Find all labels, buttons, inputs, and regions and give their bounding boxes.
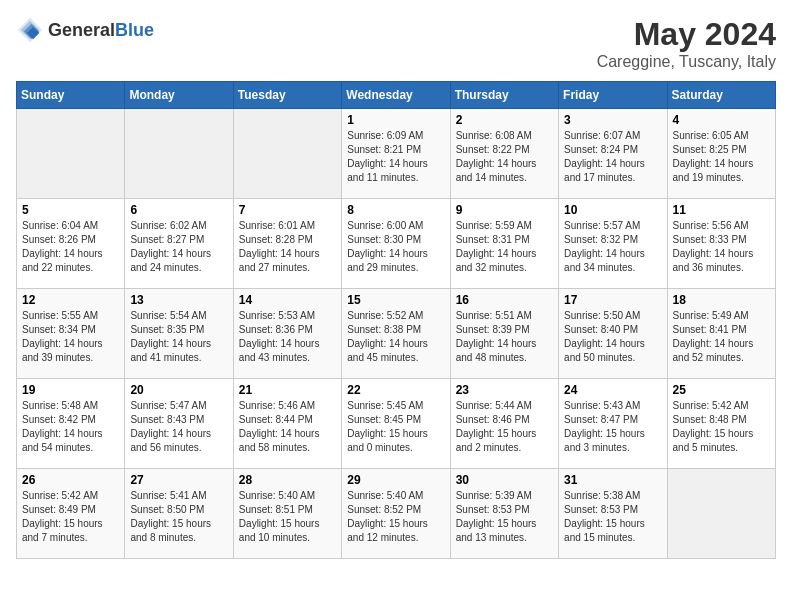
day-info: Sunrise: 5:46 AM Sunset: 8:44 PM Dayligh… [239,399,336,455]
day-number: 29 [347,473,444,487]
day-number: 30 [456,473,553,487]
day-info: Sunrise: 6:08 AM Sunset: 8:22 PM Dayligh… [456,129,553,185]
day-info: Sunrise: 5:54 AM Sunset: 8:35 PM Dayligh… [130,309,227,365]
day-number: 24 [564,383,661,397]
calendar-cell: 13Sunrise: 5:54 AM Sunset: 8:35 PM Dayli… [125,289,233,379]
calendar-week-row: 1Sunrise: 6:09 AM Sunset: 8:21 PM Daylig… [17,109,776,199]
day-number: 13 [130,293,227,307]
day-info: Sunrise: 5:43 AM Sunset: 8:47 PM Dayligh… [564,399,661,455]
title-block: May 2024 Careggine, Tuscany, Italy [597,16,776,71]
calendar-cell: 12Sunrise: 5:55 AM Sunset: 8:34 PM Dayli… [17,289,125,379]
logo-general: General [48,20,115,40]
calendar-week-row: 12Sunrise: 5:55 AM Sunset: 8:34 PM Dayli… [17,289,776,379]
day-number: 15 [347,293,444,307]
calendar-cell: 16Sunrise: 5:51 AM Sunset: 8:39 PM Dayli… [450,289,558,379]
weekday-header-row: SundayMondayTuesdayWednesdayThursdayFrid… [17,82,776,109]
calendar-week-row: 5Sunrise: 6:04 AM Sunset: 8:26 PM Daylig… [17,199,776,289]
calendar-cell [17,109,125,199]
weekday-header-cell: Sunday [17,82,125,109]
page-header: GeneralBlue May 2024 Careggine, Tuscany,… [16,16,776,71]
weekday-header-cell: Tuesday [233,82,341,109]
logo: GeneralBlue [16,16,154,44]
calendar-table: SundayMondayTuesdayWednesdayThursdayFrid… [16,81,776,559]
day-info: Sunrise: 5:41 AM Sunset: 8:50 PM Dayligh… [130,489,227,545]
calendar-cell: 17Sunrise: 5:50 AM Sunset: 8:40 PM Dayli… [559,289,667,379]
calendar-week-row: 26Sunrise: 5:42 AM Sunset: 8:49 PM Dayli… [17,469,776,559]
day-info: Sunrise: 5:42 AM Sunset: 8:48 PM Dayligh… [673,399,770,455]
day-number: 21 [239,383,336,397]
calendar-cell: 8Sunrise: 6:00 AM Sunset: 8:30 PM Daylig… [342,199,450,289]
logo-text: GeneralBlue [48,20,154,41]
calendar-cell: 18Sunrise: 5:49 AM Sunset: 8:41 PM Dayli… [667,289,775,379]
day-info: Sunrise: 6:09 AM Sunset: 8:21 PM Dayligh… [347,129,444,185]
day-number: 25 [673,383,770,397]
day-number: 12 [22,293,119,307]
day-number: 10 [564,203,661,217]
day-number: 8 [347,203,444,217]
day-number: 2 [456,113,553,127]
calendar-cell: 14Sunrise: 5:53 AM Sunset: 8:36 PM Dayli… [233,289,341,379]
calendar-cell: 21Sunrise: 5:46 AM Sunset: 8:44 PM Dayli… [233,379,341,469]
day-info: Sunrise: 5:40 AM Sunset: 8:51 PM Dayligh… [239,489,336,545]
day-info: Sunrise: 5:51 AM Sunset: 8:39 PM Dayligh… [456,309,553,365]
day-number: 7 [239,203,336,217]
day-number: 17 [564,293,661,307]
day-info: Sunrise: 5:39 AM Sunset: 8:53 PM Dayligh… [456,489,553,545]
day-number: 18 [673,293,770,307]
day-number: 28 [239,473,336,487]
day-number: 31 [564,473,661,487]
day-info: Sunrise: 5:56 AM Sunset: 8:33 PM Dayligh… [673,219,770,275]
weekday-header-cell: Friday [559,82,667,109]
day-info: Sunrise: 5:50 AM Sunset: 8:40 PM Dayligh… [564,309,661,365]
day-number: 6 [130,203,227,217]
calendar-cell: 9Sunrise: 5:59 AM Sunset: 8:31 PM Daylig… [450,199,558,289]
day-info: Sunrise: 5:40 AM Sunset: 8:52 PM Dayligh… [347,489,444,545]
day-info: Sunrise: 5:49 AM Sunset: 8:41 PM Dayligh… [673,309,770,365]
calendar-cell: 11Sunrise: 5:56 AM Sunset: 8:33 PM Dayli… [667,199,775,289]
day-info: Sunrise: 5:53 AM Sunset: 8:36 PM Dayligh… [239,309,336,365]
calendar-cell: 2Sunrise: 6:08 AM Sunset: 8:22 PM Daylig… [450,109,558,199]
calendar-cell: 28Sunrise: 5:40 AM Sunset: 8:51 PM Dayli… [233,469,341,559]
day-number: 16 [456,293,553,307]
day-number: 23 [456,383,553,397]
day-number: 27 [130,473,227,487]
day-info: Sunrise: 5:55 AM Sunset: 8:34 PM Dayligh… [22,309,119,365]
logo-icon [16,16,44,44]
calendar-cell: 5Sunrise: 6:04 AM Sunset: 8:26 PM Daylig… [17,199,125,289]
calendar-cell: 4Sunrise: 6:05 AM Sunset: 8:25 PM Daylig… [667,109,775,199]
day-info: Sunrise: 5:45 AM Sunset: 8:45 PM Dayligh… [347,399,444,455]
day-info: Sunrise: 5:52 AM Sunset: 8:38 PM Dayligh… [347,309,444,365]
day-info: Sunrise: 6:07 AM Sunset: 8:24 PM Dayligh… [564,129,661,185]
day-info: Sunrise: 5:38 AM Sunset: 8:53 PM Dayligh… [564,489,661,545]
calendar-cell: 29Sunrise: 5:40 AM Sunset: 8:52 PM Dayli… [342,469,450,559]
day-info: Sunrise: 6:02 AM Sunset: 8:27 PM Dayligh… [130,219,227,275]
calendar-cell: 7Sunrise: 6:01 AM Sunset: 8:28 PM Daylig… [233,199,341,289]
day-info: Sunrise: 5:59 AM Sunset: 8:31 PM Dayligh… [456,219,553,275]
calendar-cell: 23Sunrise: 5:44 AM Sunset: 8:46 PM Dayli… [450,379,558,469]
day-number: 4 [673,113,770,127]
day-info: Sunrise: 5:47 AM Sunset: 8:43 PM Dayligh… [130,399,227,455]
weekday-header-cell: Thursday [450,82,558,109]
day-info: Sunrise: 5:57 AM Sunset: 8:32 PM Dayligh… [564,219,661,275]
day-number: 5 [22,203,119,217]
day-info: Sunrise: 6:04 AM Sunset: 8:26 PM Dayligh… [22,219,119,275]
day-number: 1 [347,113,444,127]
day-number: 11 [673,203,770,217]
day-info: Sunrise: 6:00 AM Sunset: 8:30 PM Dayligh… [347,219,444,275]
day-info: Sunrise: 6:01 AM Sunset: 8:28 PM Dayligh… [239,219,336,275]
day-number: 14 [239,293,336,307]
day-info: Sunrise: 5:44 AM Sunset: 8:46 PM Dayligh… [456,399,553,455]
day-info: Sunrise: 5:48 AM Sunset: 8:42 PM Dayligh… [22,399,119,455]
logo-blue: Blue [115,20,154,40]
calendar-cell: 24Sunrise: 5:43 AM Sunset: 8:47 PM Dayli… [559,379,667,469]
calendar-cell: 10Sunrise: 5:57 AM Sunset: 8:32 PM Dayli… [559,199,667,289]
day-info: Sunrise: 5:42 AM Sunset: 8:49 PM Dayligh… [22,489,119,545]
calendar-cell: 20Sunrise: 5:47 AM Sunset: 8:43 PM Dayli… [125,379,233,469]
weekday-header-cell: Saturday [667,82,775,109]
calendar-cell: 31Sunrise: 5:38 AM Sunset: 8:53 PM Dayli… [559,469,667,559]
calendar-cell [125,109,233,199]
month-title: May 2024 [597,16,776,53]
calendar-cell: 26Sunrise: 5:42 AM Sunset: 8:49 PM Dayli… [17,469,125,559]
day-info: Sunrise: 6:05 AM Sunset: 8:25 PM Dayligh… [673,129,770,185]
calendar-cell: 22Sunrise: 5:45 AM Sunset: 8:45 PM Dayli… [342,379,450,469]
